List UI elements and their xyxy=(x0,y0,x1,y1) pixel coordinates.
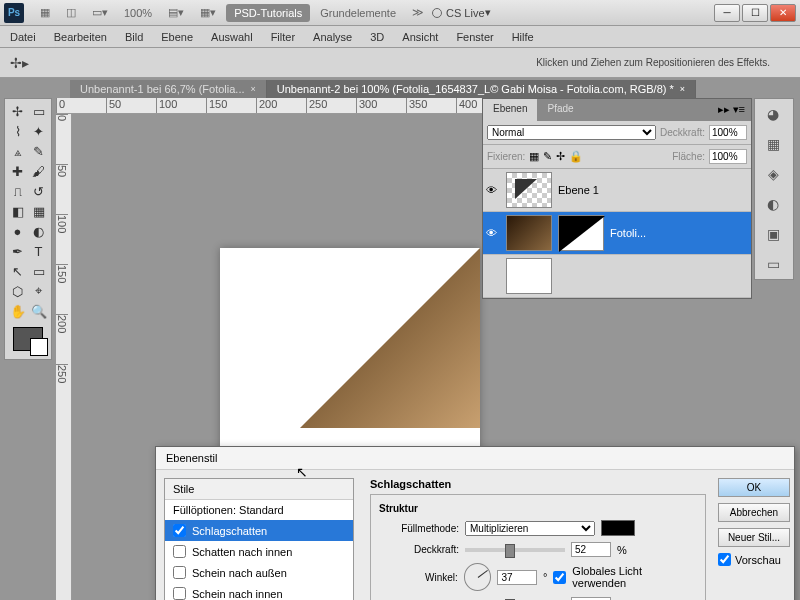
lock-icon[interactable]: 🔒 xyxy=(569,150,583,163)
history-tool[interactable]: ↺ xyxy=(28,181,49,201)
marquee-tool[interactable]: ▭ xyxy=(28,101,49,121)
dock-swatch-icon[interactable]: ▦ xyxy=(755,129,791,159)
eraser-tool[interactable]: ◧ xyxy=(7,201,28,221)
brush-tool[interactable]: 🖌 xyxy=(28,161,49,181)
layer-row[interactable]: 👁 Ebene 1 xyxy=(483,169,751,212)
lock-icon[interactable]: ▦ xyxy=(529,150,539,163)
dock-nav-icon[interactable]: ▭ xyxy=(755,249,791,279)
crop-tool[interactable]: ⟁ xyxy=(7,141,28,161)
blend-mode-select[interactable]: Normal xyxy=(487,125,656,140)
dock-mask-icon[interactable]: ▣ xyxy=(755,219,791,249)
dock-layers-icon[interactable]: ◈ xyxy=(755,159,791,189)
zoom-level[interactable]: 100% xyxy=(118,5,158,21)
layer-thumbnail[interactable] xyxy=(506,172,552,208)
zoom-tool[interactable]: 🔍 xyxy=(28,301,49,321)
opacity-slider[interactable] xyxy=(465,548,565,552)
cancel-button[interactable]: Abbrechen xyxy=(718,503,790,522)
menu-3d[interactable]: 3D xyxy=(370,31,384,43)
minimize-button[interactable]: ─ xyxy=(714,4,740,22)
type-tool[interactable]: T xyxy=(28,241,49,261)
pen-tool[interactable]: ✒ xyxy=(7,241,28,261)
shadow-color[interactable] xyxy=(601,520,635,536)
shape-tool[interactable]: ▭ xyxy=(28,261,49,281)
stamp-tool[interactable]: ⎍ xyxy=(7,181,28,201)
menu-fenster[interactable]: Fenster xyxy=(456,31,493,43)
layer-name[interactable]: Fotoli... xyxy=(610,227,646,239)
style-blending-options[interactable]: Füllöptionen: Standard xyxy=(165,500,353,520)
style-inner-shadow[interactable]: Schatten nach innen xyxy=(165,541,353,562)
tab-ebenen[interactable]: Ebenen xyxy=(483,99,537,121)
menu-auswahl[interactable]: Auswahl xyxy=(211,31,253,43)
wand-tool[interactable]: ✦ xyxy=(28,121,49,141)
blur-tool[interactable]: ● xyxy=(7,221,28,241)
path-tool[interactable]: ↖ xyxy=(7,261,28,281)
close-icon[interactable]: × xyxy=(680,84,685,94)
workspace-selector[interactable]: Grundelemente xyxy=(314,5,402,21)
layer-row[interactable]: 👁 Fotoli... xyxy=(483,212,751,255)
opacity-input[interactable]: 52 xyxy=(571,542,611,557)
angle-input[interactable]: 37 xyxy=(497,570,537,585)
visibility-icon[interactable]: 👁 xyxy=(486,227,500,239)
toolbar-item[interactable]: ▦ xyxy=(34,4,56,21)
toolbar-item[interactable]: ▭▾ xyxy=(86,4,114,21)
dodge-tool[interactable]: ◐ xyxy=(28,221,49,241)
eyedropper-tool[interactable]: ✎ xyxy=(28,141,49,161)
cslive-button[interactable]: CS Live ▾ xyxy=(432,6,491,19)
new-style-button[interactable]: Neuer Stil... xyxy=(718,528,790,547)
hand-tool[interactable]: ✋ xyxy=(7,301,28,321)
lasso-tool[interactable]: ⌇ xyxy=(7,121,28,141)
toolbar-item[interactable]: ▦▾ xyxy=(194,4,222,21)
menu-bearbeiten[interactable]: Bearbeiten xyxy=(54,31,107,43)
preview-checkbox-row[interactable]: Vorschau xyxy=(718,553,790,566)
fill-value[interactable]: 100% xyxy=(709,149,747,164)
layer-row[interactable] xyxy=(483,255,751,298)
panel-menu-icon[interactable]: ▸▸ ▾≡ xyxy=(712,99,751,121)
more-icon[interactable]: ≫ xyxy=(406,4,430,21)
document-tab[interactable]: Unbenannt-2 bei 100% (Fotolia_1654837_L©… xyxy=(267,80,696,98)
layer-thumbnail[interactable] xyxy=(506,258,552,294)
style-checkbox[interactable] xyxy=(173,566,186,579)
menu-filter[interactable]: Filter xyxy=(271,31,295,43)
lock-icon[interactable]: ✎ xyxy=(543,150,552,163)
opacity-value[interactable]: 100% xyxy=(709,125,747,140)
toolbar-item[interactable]: ▤▾ xyxy=(162,4,190,21)
dock-adjust-icon[interactable]: ◐ xyxy=(755,189,791,219)
move-tool[interactable]: ✢ xyxy=(7,101,28,121)
preview-checkbox[interactable] xyxy=(718,553,731,566)
blend-select[interactable]: Multiplizieren xyxy=(465,521,595,536)
visibility-icon[interactable]: 👁 xyxy=(486,184,500,196)
style-outer-glow[interactable]: Schein nach außen xyxy=(165,562,353,583)
camera-tool[interactable]: ⌖ xyxy=(28,281,49,301)
styles-header[interactable]: Stile xyxy=(165,479,353,500)
ok-button[interactable]: OK xyxy=(718,478,790,497)
menu-hilfe[interactable]: Hilfe xyxy=(512,31,534,43)
close-icon[interactable]: × xyxy=(251,84,256,94)
tab-pfade[interactable]: Pfade xyxy=(537,99,583,121)
layer-mask[interactable] xyxy=(558,215,604,251)
style-drop-shadow[interactable]: Schlagschatten xyxy=(165,520,353,541)
color-swatches[interactable] xyxy=(13,327,43,351)
style-checkbox[interactable] xyxy=(173,545,186,558)
3d-tool[interactable]: ⬡ xyxy=(7,281,28,301)
layer-name[interactable]: Ebene 1 xyxy=(558,184,599,196)
layer-thumbnail[interactable] xyxy=(506,215,552,251)
menu-ansicht[interactable]: Ansicht xyxy=(402,31,438,43)
toolbar-item[interactable]: ◫ xyxy=(60,4,82,21)
menu-datei[interactable]: Datei xyxy=(10,31,36,43)
menu-bild[interactable]: Bild xyxy=(125,31,143,43)
style-inner-glow[interactable]: Schein nach innen xyxy=(165,583,353,600)
heal-tool[interactable]: ✚ xyxy=(7,161,28,181)
maximize-button[interactable]: ☐ xyxy=(742,4,768,22)
dock-color-icon[interactable]: ◕ xyxy=(755,99,791,129)
close-button[interactable]: ✕ xyxy=(770,4,796,22)
style-checkbox[interactable] xyxy=(173,524,186,537)
menu-ebene[interactable]: Ebene xyxy=(161,31,193,43)
gradient-tool[interactable]: ▦ xyxy=(28,201,49,221)
lock-icon[interactable]: ✢ xyxy=(556,150,565,163)
move-tool-icon[interactable]: ✢▸ xyxy=(10,55,29,71)
menu-analyse[interactable]: Analyse xyxy=(313,31,352,43)
style-checkbox[interactable] xyxy=(173,587,186,600)
angle-dial[interactable] xyxy=(464,563,492,591)
document-tab[interactable]: Unbenannt-1 bei 66,7% (Fotolia...× xyxy=(70,80,267,98)
workspace-selector[interactable]: PSD-Tutorials xyxy=(226,4,310,22)
